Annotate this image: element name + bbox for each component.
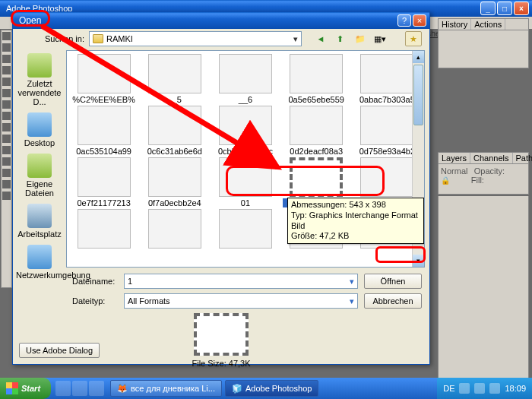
close-button[interactable]: × [514, 2, 529, 15]
file-thumb[interactable]: 0d2deacf08a3 [283, 106, 350, 156]
panel-bottom [438, 196, 529, 378]
use-adobe-dialog-button[interactable]: Use Adobe Dialog [19, 343, 100, 358]
open-button[interactable]: Öffnen [364, 274, 422, 289]
file-thumb[interactable] [211, 209, 279, 250]
place-recent[interactable]: Zuletzt verwendete D... [16, 53, 63, 106]
windows-logo-icon [6, 382, 18, 394]
folder-icon [93, 34, 103, 43]
tray-icon[interactable] [459, 383, 470, 394]
taskbar-item-photoshop[interactable]: 🧊Adobe Photoshop [225, 380, 318, 397]
minimize-button[interactable]: _ [480, 2, 496, 15]
tools-palette[interactable] [1, 30, 12, 288]
favorites-button[interactable]: ★ [405, 31, 422, 46]
file-thumb[interactable]: 0cb58362a18c [211, 106, 279, 156]
annotation-open-highlight [11, 10, 50, 27]
clock[interactable]: 18:09 [505, 384, 526, 393]
filetype-dropdown[interactable]: All Formats▾ [124, 293, 358, 309]
annotation-tooltip-highlight [226, 166, 385, 196]
annotation-open-button-highlight [375, 246, 426, 263]
place-desktop[interactable]: Desktop [16, 112, 63, 147]
file-thumb[interactable] [70, 209, 138, 250]
back-button[interactable]: ◄ [312, 31, 329, 46]
file-thumb[interactable]: 0f7a0ecbb2e4 [141, 157, 208, 207]
dialog-close-button[interactable]: × [413, 14, 426, 27]
start-button[interactable]: Start [0, 378, 51, 399]
lookin-label: Suchen in: [45, 34, 84, 43]
place-network[interactable]: Netzwerkumgebung [16, 245, 63, 280]
file-tooltip: Abmessungen: 543 x 398 Typ: Graphics Int… [287, 198, 424, 244]
folder-name: RAMKI [106, 34, 133, 43]
file-thumb[interactable]: 0d758e93a4b2 [353, 106, 421, 156]
panel-layers[interactable]: LayersChannelsPaths Normal Opacity: 🔒 Fi… [438, 152, 529, 195]
file-thumb[interactable]: 0abac7b303a5 [353, 54, 421, 104]
panel-history[interactable]: HistoryActions [438, 18, 529, 68]
file-thumb[interactable]: __5 [141, 54, 208, 104]
maximize-button[interactable]: □ [497, 2, 512, 15]
place-computer[interactable]: Arbeitsplatz [16, 204, 63, 239]
tray-icon[interactable] [489, 383, 500, 394]
file-thumb[interactable]: 0e7f21177213 [70, 157, 138, 207]
tray-icon[interactable] [474, 383, 485, 394]
views-button[interactable]: ▦▾ [372, 31, 388, 46]
system-tray[interactable]: DE 18:09 [437, 378, 532, 399]
filename-input[interactable]: 1▾ [124, 274, 358, 289]
taskbar-item-browser[interactable]: 🦊все для дневника Li... [110, 380, 222, 397]
taskbar: Start 🦊все для дневника Li... 🧊Adobe Pho… [0, 378, 532, 399]
file-size-label: File Size: [192, 359, 226, 368]
file-size-value: 47,3K [229, 359, 251, 368]
filetype-label: Dateityp: [72, 296, 118, 306]
filename-label: Dateiname: [72, 277, 118, 286]
up-button[interactable]: ⬆ [332, 31, 349, 46]
file-thumb[interactable]: __6 [211, 54, 279, 104]
quick-launch[interactable] [51, 381, 109, 396]
file-thumb[interactable]: 0c6c31ab6e6d [141, 106, 208, 156]
cancel-button[interactable]: Abbrechen [364, 293, 422, 309]
folder-dropdown[interactable]: RAMKI ▾ [89, 31, 302, 46]
preview-thumbnail [194, 313, 249, 356]
place-mydocs[interactable]: Eigene Dateien [16, 154, 63, 198]
dialog-toolbar: Suchen in: RAMKI ▾ ◄ ⬆ 📁 ▦▾ ★ [13, 29, 429, 49]
language-indicator[interactable]: DE [443, 384, 454, 393]
places-bar: Zuletzt verwendete D... Desktop Eigene D… [13, 49, 66, 269]
file-thumb[interactable]: %C2%EE%EB%F8%... [70, 54, 138, 104]
new-folder-button[interactable]: 📁 [352, 31, 369, 46]
chevron-down-icon: ▾ [293, 34, 298, 44]
file-list[interactable]: %C2%EE%EB%F8%... __5 __6 0a5e65ebe559 0a… [66, 50, 425, 268]
help-button[interactable]: ? [397, 14, 411, 27]
dialog-titlebar[interactable]: Open ? × [13, 12, 429, 29]
file-thumb[interactable]: 0a5e65ebe559 [283, 54, 350, 104]
dialog-title: Open [16, 15, 397, 26]
file-thumb[interactable] [141, 209, 208, 250]
file-thumb[interactable]: 0ac535104a99 [70, 106, 138, 156]
preview-area: File Size: 47,3K [13, 312, 429, 368]
